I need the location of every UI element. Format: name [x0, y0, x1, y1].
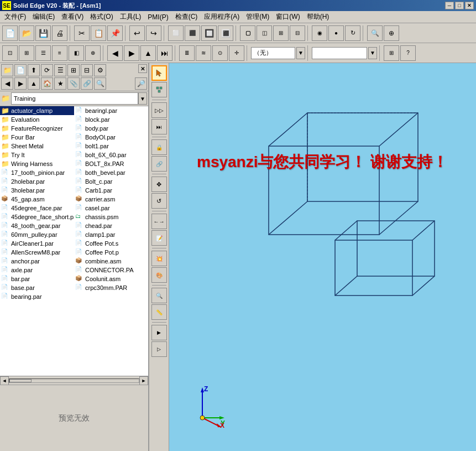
- close-button[interactable]: ✕: [465, 2, 474, 9]
- fit-btn[interactable]: ⊕: [384, 25, 399, 41]
- file-item[interactable]: 📄both_bevel.par: [74, 168, 148, 177]
- panel-btn-parent[interactable]: ▲: [28, 77, 40, 90]
- paste-button[interactable]: 📌: [107, 25, 123, 41]
- file-item[interactable]: 📄clamp1.par: [74, 230, 148, 239]
- panel-btn-folder[interactable]: 📁: [1, 64, 13, 76]
- motion-button[interactable]: ▷▷: [151, 102, 167, 118]
- tb2-help[interactable]: ?: [400, 45, 416, 61]
- scroll-right-button[interactable]: ►: [139, 376, 148, 385]
- tb2-btn2[interactable]: ⊞: [19, 45, 34, 61]
- panel-btn-forward[interactable]: ▶: [14, 77, 27, 90]
- style-dropdown[interactable]: [312, 47, 367, 59]
- skip-fwd-button[interactable]: ⏭: [151, 119, 167, 134]
- panel-btn-search[interactable]: 🔎: [135, 77, 147, 90]
- menu-file[interactable]: 文件(F): [1, 11, 29, 23]
- menu-help[interactable]: 帮助(H): [304, 11, 333, 23]
- menu-edit[interactable]: 编辑(E): [29, 11, 58, 23]
- measure-button[interactable]: 📏: [151, 304, 167, 320]
- undo-button[interactable]: ↩: [129, 25, 145, 41]
- menu-format[interactable]: 格式(O): [87, 11, 116, 23]
- file-item[interactable]: 📦combine.asm: [74, 257, 148, 266]
- new-button[interactable]: 📄: [2, 25, 18, 41]
- panel-btn-settings[interactable]: ⚙: [94, 64, 106, 76]
- file-item[interactable]: 📄bearing.par: [0, 292, 74, 301]
- tb-btn4[interactable]: 🔳: [218, 25, 233, 41]
- assemble-button[interactable]: [151, 82, 167, 97]
- folder-path-dropdown[interactable]: Training: [11, 92, 138, 105]
- file-item[interactable]: 📁Four Bar: [0, 133, 74, 142]
- tb2-btn1[interactable]: ⊡: [2, 45, 18, 61]
- menu-manage[interactable]: 管理(M): [243, 11, 273, 23]
- inspect-button[interactable]: 🔍: [151, 288, 167, 303]
- render-btn2[interactable]: ●: [328, 25, 344, 41]
- file-item[interactable]: 📦Coolunit.asm: [74, 274, 148, 283]
- file-item[interactable]: 📄60mm_pulley.par: [0, 230, 74, 239]
- file-item[interactable]: 📁Evaluation: [0, 115, 74, 124]
- menu-tools[interactable]: 工具(L): [117, 11, 145, 23]
- render-tool-button[interactable]: 🎨: [151, 267, 167, 283]
- redo-button[interactable]: ↪: [146, 25, 161, 41]
- panel-btn-fav[interactable]: ★: [54, 77, 66, 90]
- file-item[interactable]: 📄body.par: [74, 124, 148, 133]
- file-item[interactable]: 📄Coffee Pot.s: [74, 239, 148, 248]
- panel-btn-back[interactable]: ◀: [1, 77, 13, 90]
- file-item[interactable]: 📁Wiring Harness: [0, 159, 74, 168]
- scroll-track[interactable]: [9, 379, 139, 383]
- copy-button[interactable]: 📋: [91, 25, 106, 41]
- panel-btn-icon[interactable]: ⊞: [67, 64, 80, 76]
- view3d-btn1[interactable]: ⊞: [273, 25, 289, 41]
- move-button[interactable]: ✥: [151, 177, 167, 192]
- panel-btn-detail[interactable]: ⊟: [81, 64, 93, 76]
- file-item[interactable]: 📄3holebar.par: [0, 186, 74, 195]
- tb2-styles[interactable]: ≋: [196, 45, 211, 61]
- menu-window[interactable]: 窗口(W): [273, 11, 303, 23]
- file-item[interactable]: 📄Carb1.par: [74, 186, 148, 195]
- rt-expand-btn[interactable]: ▷: [151, 341, 167, 357]
- tb2-back[interactable]: ◀: [107, 45, 123, 61]
- print-button[interactable]: 🖨: [52, 25, 67, 41]
- rotate-tool-button[interactable]: ↺: [151, 193, 167, 209]
- file-item[interactable]: 📄bolt1.par: [74, 142, 148, 151]
- tb-btn2[interactable]: ⬛: [185, 25, 200, 41]
- file-item[interactable]: 📁Sheet Metal: [0, 142, 74, 151]
- panel-btn-up[interactable]: ⬆: [28, 64, 40, 76]
- panel-btn-home[interactable]: 🏠: [41, 77, 53, 90]
- annotation-button[interactable]: 📝: [151, 230, 167, 246]
- cut-button[interactable]: ✂: [74, 25, 90, 41]
- connect-button[interactable]: 🔗: [151, 156, 167, 172]
- file-item[interactable]: 📄17_tooth_pinion.par: [0, 168, 74, 177]
- file-item[interactable]: 📄bar.par: [0, 274, 74, 283]
- file-item[interactable]: 📄BOLT_8x.PAR: [74, 159, 148, 168]
- maximize-button[interactable]: □: [455, 2, 464, 9]
- file-item[interactable]: 📄45degree_face_short.par: [0, 212, 74, 221]
- file-item[interactable]: 📁FeatureRecognizer: [0, 124, 74, 133]
- file-item[interactable]: 📄chead.par: [74, 221, 148, 230]
- tb2-assistant[interactable]: ⊞: [384, 45, 399, 61]
- file-item[interactable]: 📦45_gap.asm: [0, 195, 74, 204]
- file-item[interactable]: 📄casel.par: [74, 204, 148, 212]
- zoom-btn[interactable]: 🔍: [367, 25, 383, 41]
- tb2-btn3[interactable]: ☰: [35, 45, 51, 61]
- menu-pmi[interactable]: PMI(P): [144, 12, 171, 22]
- tb2-coord[interactable]: ✛: [229, 45, 244, 61]
- file-item[interactable]: 📄AllenScrewM8.par: [0, 248, 74, 257]
- select-tool-button[interactable]: [151, 65, 167, 81]
- menu-app[interactable]: 应用程序(A): [201, 11, 243, 23]
- minimize-button[interactable]: ─: [445, 2, 454, 9]
- save-button[interactable]: 💾: [35, 25, 51, 41]
- file-item[interactable]: 📄Coffee Pot.p: [74, 248, 148, 257]
- panel-btn-ref2[interactable]: 🔗: [81, 77, 93, 90]
- menu-check[interactable]: 检查(C): [172, 11, 201, 23]
- scroll-left-button[interactable]: ◄: [0, 376, 9, 385]
- file-item[interactable]: 📄anchor.par: [0, 257, 74, 266]
- 3d-viewport[interactable]: msyanzi与您共同学习！ 谢谢支持！ Z Y X: [169, 63, 476, 451]
- file-item[interactable]: 📁actuator_clamp: [0, 106, 74, 115]
- file-item[interactable]: 📄bearingl.par: [74, 106, 148, 115]
- panel-btn-refresh[interactable]: ⟳: [41, 64, 53, 76]
- tb2-fwd[interactable]: ▶: [124, 45, 139, 61]
- file-item[interactable]: 🗂chassis.psm: [74, 212, 148, 221]
- file-item[interactable]: 📄axle.par: [0, 266, 74, 274]
- tb-btn3[interactable]: 🔲: [201, 25, 217, 41]
- file-item[interactable]: 📄crpc30mm.PAR: [74, 283, 148, 292]
- panel-close-button[interactable]: ✕: [138, 64, 147, 73]
